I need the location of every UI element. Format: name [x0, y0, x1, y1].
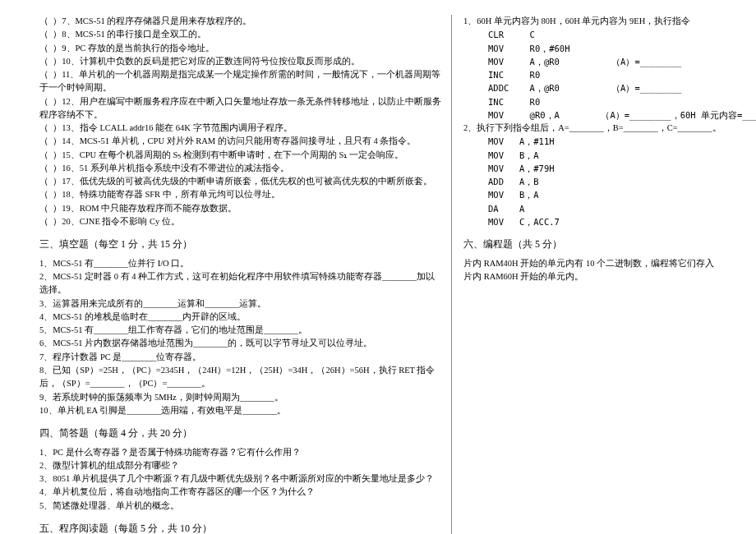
fill-item: 2、MCS-51 定时器 0 有 4 种工作方式，这可在初始化程序中用软件填写特…: [39, 270, 443, 297]
sa-item: 2、微型计算机的组成部分有哪些？: [39, 459, 443, 472]
fill-item: 3、运算器用来完成所有的________运算和________运算。: [39, 297, 443, 311]
code-line: DA A: [488, 202, 721, 215]
tf-item: （ ）15、CPU 在每个机器周期的 S₅ 检测到有中断申请时，在下一个周期的 …: [39, 149, 443, 162]
code-line: INC R0: [488, 95, 721, 108]
tf-item: （ ）9、PC 存放的是当前执行的指令地址。: [39, 42, 443, 55]
code-line: MOV @R0，A （A）=________，60H 单元内容=________…: [488, 108, 721, 122]
fill-item: 8、已知（SP）=25H，（PC）=2345H，（24H）=12H，（25H）=…: [39, 364, 443, 391]
true-false-list: （ ）7、MCS-51 的程序存储器只是用来存放程序的。 （ ）8、MCS-51…: [39, 15, 443, 228]
tf-item: （ ）7、MCS-51 的程序存储器只是用来存放程序的。: [39, 15, 443, 28]
fill-item: 6、MCS-51 片内数据存储器地址范围为________的，既可以字节寻址又可…: [39, 337, 443, 350]
code-line: CLR C: [488, 28, 721, 41]
program-q1-code: CLR C MOV R0，#60H MOV A，@R0 （A）=________…: [488, 28, 721, 122]
sa-item: 3、8051 单片机提供了几个中断源？有几级中断优先级别？各中断源所对应的中断矢…: [39, 472, 443, 486]
tf-item: （ ）13、指令 LCALL addr16 能在 64K 字节范围内调用子程序。: [39, 122, 443, 135]
tf-item: （ ）14、MCS-51 单片机，CPU 对片外 RAM 的访问只能用寄存器间接…: [39, 135, 443, 148]
short-answer-list: 1、PC 是什么寄存器？是否属于特殊功能寄存器？它有什么作用？ 2、微型计算机的…: [39, 446, 443, 513]
tf-item: （ ）20、CJNE 指令不影响 Cy 位。: [39, 215, 443, 228]
tf-item: （ ）8、MCS-51 的串行接口是全双工的。: [39, 28, 443, 41]
fill-item: 7、程序计数器 PC 是________位寄存器。: [39, 351, 443, 364]
fill-item: 5、MCS-51 有________组工作寄存器，它们的地址范围是_______…: [39, 324, 443, 337]
tf-item: （ ）19、ROM 中只能存放程序而不能存放数据。: [39, 202, 443, 215]
code-line: MOV C，ACC.7: [488, 215, 721, 228]
sa-item: 4、单片机复位后，将自动地指向工作寄存器区的哪一个区？为什么？: [39, 486, 443, 499]
program-q1-intro: 1、60H 单元内容为 80H，60H 单元内容为 9EH，执行指令: [463, 15, 721, 28]
tf-item: （ ）10、计算机中负数的反码是把它对应的正数连同符号位按位取反而形成的。: [39, 55, 443, 68]
code-line: MOV A，#11H: [488, 135, 721, 148]
sa-item: 5、简述微处理器、单片机的概念。: [39, 499, 443, 513]
program-q2-code: MOV A，#11H MOV B，A MOV A，#79H ADD A，B MO…: [488, 135, 721, 228]
tf-item: （ ）11、单片机的一个机器周期是指完成某一个规定操作所需的时间，一般情况下，一…: [39, 68, 443, 95]
right-column: 1、60H 单元内容为 80H，60H 单元内容为 9EH，执行指令 CLR C…: [452, 15, 731, 534]
tf-item: （ ）17、低优先级的可被高优先级的中断申请所嵌套，低优先权的也可被高优先权的中…: [39, 175, 443, 188]
sa-item: 1、PC 是什么寄存器？是否属于特殊功能寄存器？它有什么作用？: [39, 446, 443, 459]
fill-item: 10、单片机 EA 引脚是________选用端，有效电平是________。: [39, 404, 443, 417]
code-line: ADDC A，@R0 （A）=________: [488, 81, 721, 94]
section-6-title: 六、编程题（共 5 分）: [463, 237, 721, 252]
programming-question-text: 片内 RAM40H 开始的单元内有 10 个二进制数，编程将它们存入片内 RAM…: [463, 257, 721, 284]
fill-blank-list: 1、MCS-51 有________位并行 I/O 口。 2、MCS-51 定时…: [39, 257, 443, 417]
section-4-title: 四、简答题（每题 4 分，共 20 分）: [39, 426, 443, 441]
fill-item: 4、MCS-51 的堆栈是临时在________内开辟的区域。: [39, 311, 443, 324]
fill-item: 1、MCS-51 有________位并行 I/O 口。: [39, 257, 443, 270]
code-line: INC R0: [488, 68, 721, 81]
fill-item: 9、若系统时钟的振荡频率为 5MHz，则时钟周期为________。: [39, 391, 443, 404]
code-line: MOV A，@R0 （A）=________: [488, 55, 721, 68]
code-line: MOV R0，#60H: [488, 42, 721, 55]
tf-item: （ ）16、51 系列单片机指令系统中没有不带进位的减法指令。: [39, 162, 443, 175]
program-q2-intro: 2、执行下列指令组后，A=________，B=________，C=_____…: [463, 122, 721, 135]
code-line: ADD A，B: [488, 175, 721, 188]
section-5-title: 五、程序阅读题（每题 5 分，共 10 分）: [39, 521, 443, 534]
left-column: （ ）7、MCS-51 的程序存储器只是用来存放程序的。 （ ）8、MCS-51…: [39, 15, 452, 534]
code-line: MOV B，A: [488, 188, 721, 201]
tf-item: （ ）12、用户在编写中断服务程序应在中断入口矢量地址存放一条无条件转移地址，以…: [39, 95, 443, 122]
section-3-title: 三、填空题（每空 1 分，共 15 分）: [39, 237, 443, 252]
code-line: MOV A，#79H: [488, 162, 721, 175]
code-line: MOV B，A: [488, 149, 721, 162]
tf-item: （ ）18、特殊功能寄存器 SFR 中，所有单元均可以位寻址。: [39, 188, 443, 201]
